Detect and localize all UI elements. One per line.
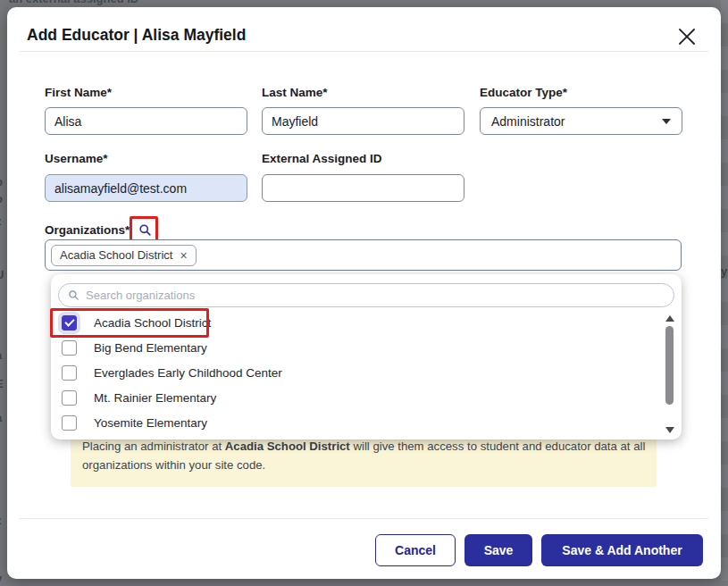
first-name-label: First Name* (45, 86, 112, 99)
external-id-label: External Assigned ID (262, 152, 382, 165)
backdrop-fragment: y (721, 264, 728, 279)
cancel-button[interactable]: Cancel (375, 534, 456, 566)
organizations-label: Organizations* (45, 223, 130, 237)
backdrop-fragment: p (0, 175, 7, 189)
modal-footer: Cancel Save Save & Add Another (7, 534, 703, 566)
org-option-big-bend[interactable]: Big Bend Elementary (51, 335, 682, 360)
organizations-field[interactable]: Acadia School District × (45, 239, 682, 271)
last-name-label: Last Name* (262, 86, 328, 99)
backdrop-fragment: z (0, 514, 7, 528)
scroll-down-icon[interactable] (665, 427, 674, 433)
note-line-2: organizations within your site code. (82, 456, 645, 474)
selected-org-chip: Acadia School District × (51, 245, 197, 266)
footer-divider (20, 518, 708, 519)
backdrop-fragment: y (0, 572, 7, 586)
header-divider (20, 51, 708, 52)
backdrop-fragment: a (0, 348, 7, 363)
first-name-field[interactable] (45, 107, 247, 135)
dropdown-scrollbar[interactable] (664, 310, 676, 435)
chip-remove-icon[interactable]: × (180, 249, 187, 262)
note-line-1: Placing an administrator at Acadia Schoo… (82, 437, 645, 456)
username-label: Username* (45, 152, 108, 165)
backdrop-fragment: E (0, 377, 7, 391)
save-button[interactable]: Save (464, 534, 532, 566)
backdrop-page-stripes (721, 0, 728, 586)
org-option-list: Acadia School District Big Bend Elementa… (51, 310, 682, 435)
checkbox-unchecked-icon[interactable] (62, 340, 77, 356)
backdrop-fragment: a (0, 411, 7, 425)
checkbox-unchecked-icon[interactable] (62, 415, 77, 431)
last-name-field[interactable] (262, 107, 464, 135)
close-icon[interactable] (676, 26, 698, 47)
save-and-add-another-button[interactable]: Save & Add Another (541, 534, 703, 566)
org-option-yosemite[interactable]: Yosemite Elementary (51, 410, 682, 435)
organizations-dropdown: Acadia School District Big Bend Elementa… (51, 274, 682, 440)
modal-title: Add Educator | Alisa Mayfield (27, 26, 246, 45)
educator-type-label: Educator Type* (480, 86, 567, 99)
org-search-input[interactable] (86, 289, 665, 302)
org-option-everglades[interactable]: Everglades Early Childhood Center (51, 360, 682, 385)
educator-type-select[interactable]: Administrator (480, 107, 682, 135)
chevron-down-icon (662, 119, 671, 124)
username-field[interactable] (45, 174, 247, 202)
backdrop-fragment: U (0, 268, 7, 282)
backdrop-fragment: z (0, 214, 7, 229)
checkbox-unchecked-icon[interactable] (62, 365, 77, 381)
scroll-up-icon[interactable] (665, 315, 674, 322)
add-educator-modal: Add Educator | Alisa Mayfield First Name… (7, 7, 721, 579)
external-id-field[interactable] (262, 174, 464, 202)
backdrop-fragment: o (0, 192, 7, 206)
search-icon[interactable] (134, 219, 155, 241)
org-option-mt-rainier[interactable]: Mt. Rainier Elementary (51, 385, 682, 410)
org-search-box (58, 283, 674, 307)
checkbox-unchecked-icon[interactable] (62, 390, 77, 406)
scrollbar-thumb[interactable] (665, 326, 674, 405)
search-icon (68, 289, 79, 301)
backdrop-text-fragment: an external assigned ID (9, 0, 277, 7)
chip-label: Acadia School District (60, 248, 172, 262)
educator-type-value: Administrator (491, 114, 565, 129)
org-option-acadia[interactable]: Acadia School District (51, 310, 682, 335)
checkbox-checked-icon[interactable] (62, 315, 77, 331)
